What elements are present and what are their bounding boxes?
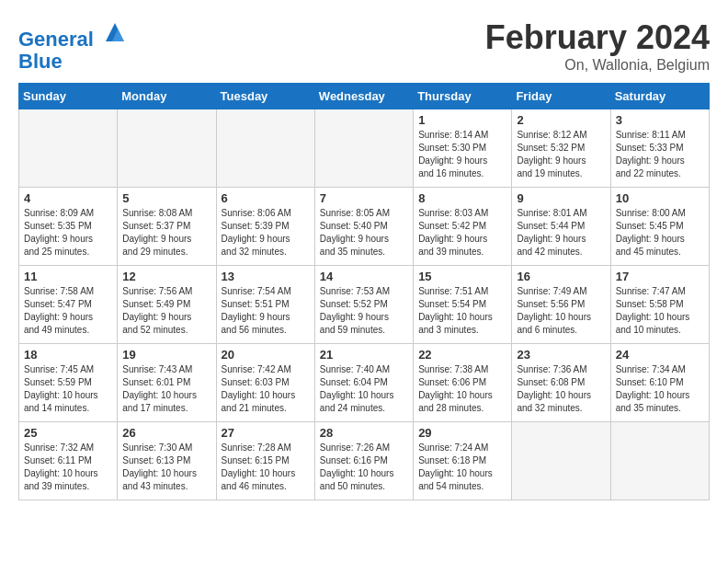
calendar-cell: 18Sunrise: 7:45 AM Sunset: 5:59 PM Dayli… bbox=[19, 344, 118, 422]
day-number: 25 bbox=[24, 426, 112, 440]
logo: General Blue bbox=[18, 18, 129, 73]
calendar-cell: 8Sunrise: 8:03 AM Sunset: 5:42 PM Daylig… bbox=[414, 188, 512, 266]
day-info: Sunrise: 8:11 AM Sunset: 5:33 PM Dayligh… bbox=[616, 129, 704, 180]
calendar-week-2: 4Sunrise: 8:09 AM Sunset: 5:35 PM Daylig… bbox=[19, 188, 710, 266]
day-number: 27 bbox=[222, 426, 310, 440]
calendar-cell: 16Sunrise: 7:49 AM Sunset: 5:56 PM Dayli… bbox=[512, 266, 610, 344]
day-number: 24 bbox=[616, 348, 704, 362]
calendar-cell: 1Sunrise: 8:14 AM Sunset: 5:30 PM Daylig… bbox=[414, 109, 512, 188]
calendar-cell: 26Sunrise: 7:30 AM Sunset: 6:13 PM Dayli… bbox=[118, 422, 216, 500]
day-info: Sunrise: 7:56 AM Sunset: 5:49 PM Dayligh… bbox=[122, 285, 210, 337]
calendar-cell: 29Sunrise: 7:24 AM Sunset: 6:18 PM Dayli… bbox=[414, 422, 512, 500]
day-number: 20 bbox=[222, 348, 310, 362]
calendar-cell bbox=[19, 109, 118, 188]
day-number: 21 bbox=[320, 348, 408, 362]
day-info: Sunrise: 8:01 AM Sunset: 5:44 PM Dayligh… bbox=[517, 207, 605, 259]
calendar-cell: 13Sunrise: 7:54 AM Sunset: 5:51 PM Dayli… bbox=[216, 266, 314, 344]
day-number: 18 bbox=[24, 348, 112, 362]
day-info: Sunrise: 7:34 AM Sunset: 6:10 PM Dayligh… bbox=[616, 363, 704, 415]
day-info: Sunrise: 7:53 AM Sunset: 5:52 PM Dayligh… bbox=[320, 285, 408, 337]
day-info: Sunrise: 7:42 AM Sunset: 6:03 PM Dayligh… bbox=[222, 363, 310, 415]
day-info: Sunrise: 7:47 AM Sunset: 5:58 PM Dayligh… bbox=[616, 285, 704, 337]
weekday-header-wednesday: Wednesday bbox=[314, 84, 413, 109]
weekday-header-thursday: Thursday bbox=[414, 84, 512, 109]
calendar-cell bbox=[610, 422, 709, 500]
day-info: Sunrise: 8:08 AM Sunset: 5:37 PM Dayligh… bbox=[122, 207, 210, 259]
location: On, Wallonia, Belgium bbox=[485, 57, 710, 74]
day-number: 4 bbox=[24, 191, 112, 205]
day-info: Sunrise: 7:40 AM Sunset: 6:04 PM Dayligh… bbox=[320, 363, 408, 415]
day-number: 11 bbox=[24, 270, 112, 283]
day-info: Sunrise: 7:49 AM Sunset: 5:56 PM Dayligh… bbox=[517, 285, 605, 337]
day-number: 14 bbox=[320, 270, 408, 283]
day-number: 23 bbox=[517, 348, 605, 362]
day-number: 12 bbox=[122, 270, 210, 283]
calendar-body: 1Sunrise: 8:14 AM Sunset: 5:30 PM Daylig… bbox=[19, 109, 710, 500]
day-info: Sunrise: 7:45 AM Sunset: 5:59 PM Dayligh… bbox=[24, 363, 112, 415]
logo-icon bbox=[101, 18, 129, 46]
calendar-cell bbox=[314, 109, 413, 188]
calendar-cell: 14Sunrise: 7:53 AM Sunset: 5:52 PM Dayli… bbox=[314, 266, 413, 344]
day-number: 15 bbox=[418, 270, 506, 283]
weekday-header-monday: Monday bbox=[118, 84, 216, 109]
calendar-week-5: 25Sunrise: 7:32 AM Sunset: 6:11 PM Dayli… bbox=[19, 422, 710, 500]
calendar-cell: 27Sunrise: 7:28 AM Sunset: 6:15 PM Dayli… bbox=[216, 422, 314, 500]
day-number: 5 bbox=[122, 191, 210, 205]
calendar-cell: 20Sunrise: 7:42 AM Sunset: 6:03 PM Dayli… bbox=[216, 344, 314, 422]
day-info: Sunrise: 7:24 AM Sunset: 6:18 PM Dayligh… bbox=[418, 442, 506, 493]
day-number: 22 bbox=[418, 348, 506, 362]
calendar-week-3: 11Sunrise: 7:58 AM Sunset: 5:47 PM Dayli… bbox=[19, 266, 710, 344]
day-info: Sunrise: 7:36 AM Sunset: 6:08 PM Dayligh… bbox=[517, 363, 605, 415]
calendar-cell: 4Sunrise: 8:09 AM Sunset: 5:35 PM Daylig… bbox=[19, 188, 118, 266]
day-info: Sunrise: 7:30 AM Sunset: 6:13 PM Dayligh… bbox=[122, 442, 210, 493]
day-number: 28 bbox=[320, 426, 408, 440]
day-info: Sunrise: 8:09 AM Sunset: 5:35 PM Dayligh… bbox=[24, 207, 112, 259]
weekday-header-row: SundayMondayTuesdayWednesdayThursdayFrid… bbox=[19, 84, 710, 109]
day-info: Sunrise: 7:38 AM Sunset: 6:06 PM Dayligh… bbox=[418, 363, 506, 415]
calendar-cell: 21Sunrise: 7:40 AM Sunset: 6:04 PM Dayli… bbox=[314, 344, 413, 422]
calendar-cell: 25Sunrise: 7:32 AM Sunset: 6:11 PM Dayli… bbox=[19, 422, 118, 500]
day-info: Sunrise: 8:05 AM Sunset: 5:40 PM Dayligh… bbox=[320, 207, 408, 259]
calendar-cell: 2Sunrise: 8:12 AM Sunset: 5:32 PM Daylig… bbox=[512, 109, 610, 188]
calendar-cell bbox=[216, 109, 314, 188]
day-info: Sunrise: 7:26 AM Sunset: 6:16 PM Dayligh… bbox=[320, 442, 408, 493]
calendar-cell: 22Sunrise: 7:38 AM Sunset: 6:06 PM Dayli… bbox=[414, 344, 512, 422]
calendar-cell: 3Sunrise: 8:11 AM Sunset: 5:33 PM Daylig… bbox=[610, 109, 709, 188]
calendar-cell: 28Sunrise: 7:26 AM Sunset: 6:16 PM Dayli… bbox=[314, 422, 413, 500]
day-info: Sunrise: 7:58 AM Sunset: 5:47 PM Dayligh… bbox=[24, 285, 112, 337]
day-info: Sunrise: 7:28 AM Sunset: 6:15 PM Dayligh… bbox=[222, 442, 310, 493]
day-number: 8 bbox=[418, 191, 506, 205]
weekday-header-sunday: Sunday bbox=[19, 84, 118, 109]
day-number: 19 bbox=[122, 348, 210, 362]
day-number: 13 bbox=[222, 270, 310, 283]
day-info: Sunrise: 8:00 AM Sunset: 5:45 PM Dayligh… bbox=[616, 207, 704, 259]
month-title: February 2024 bbox=[485, 18, 710, 57]
calendar-cell: 17Sunrise: 7:47 AM Sunset: 5:58 PM Dayli… bbox=[610, 266, 709, 344]
day-info: Sunrise: 8:06 AM Sunset: 5:39 PM Dayligh… bbox=[222, 207, 310, 259]
day-info: Sunrise: 8:03 AM Sunset: 5:42 PM Dayligh… bbox=[418, 207, 506, 259]
day-info: Sunrise: 7:43 AM Sunset: 6:01 PM Dayligh… bbox=[122, 363, 210, 415]
day-number: 16 bbox=[517, 270, 605, 283]
weekday-header-saturday: Saturday bbox=[610, 84, 709, 109]
day-info: Sunrise: 7:54 AM Sunset: 5:51 PM Dayligh… bbox=[222, 285, 310, 337]
logo-text: General bbox=[18, 18, 129, 51]
day-number: 1 bbox=[418, 113, 506, 127]
day-number: 9 bbox=[517, 191, 605, 205]
day-info: Sunrise: 7:32 AM Sunset: 6:11 PM Dayligh… bbox=[24, 442, 112, 493]
day-info: Sunrise: 8:14 AM Sunset: 5:30 PM Dayligh… bbox=[418, 129, 506, 180]
calendar-cell: 5Sunrise: 8:08 AM Sunset: 5:37 PM Daylig… bbox=[118, 188, 216, 266]
title-area: February 2024 On, Wallonia, Belgium bbox=[485, 18, 710, 74]
calendar-cell bbox=[118, 109, 216, 188]
calendar-cell: 6Sunrise: 8:06 AM Sunset: 5:39 PM Daylig… bbox=[216, 188, 314, 266]
day-number: 2 bbox=[517, 113, 605, 127]
calendar-table: SundayMondayTuesdayWednesdayThursdayFrid… bbox=[18, 83, 710, 500]
day-number: 7 bbox=[320, 191, 408, 205]
calendar-cell: 10Sunrise: 8:00 AM Sunset: 5:45 PM Dayli… bbox=[610, 188, 709, 266]
calendar-cell bbox=[512, 422, 610, 500]
day-number: 3 bbox=[616, 113, 704, 127]
logo-blue: Blue bbox=[18, 51, 129, 73]
day-info: Sunrise: 7:51 AM Sunset: 5:54 PM Dayligh… bbox=[418, 285, 506, 337]
day-number: 17 bbox=[616, 270, 704, 283]
weekday-header-friday: Friday bbox=[512, 84, 610, 109]
calendar-cell: 11Sunrise: 7:58 AM Sunset: 5:47 PM Dayli… bbox=[19, 266, 118, 344]
